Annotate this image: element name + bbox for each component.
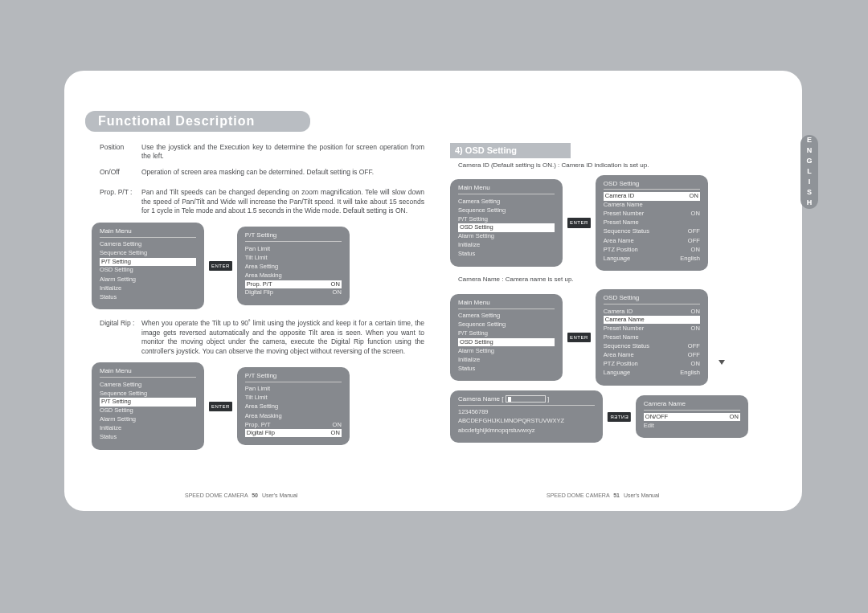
text-digital-rip: When you operate the Tilt up to 90˚ limi…	[141, 319, 424, 356]
enter-button[interactable]: ENTER	[608, 412, 631, 422]
text-position: Use the joystick and the Execution key t…	[141, 143, 424, 161]
footer-suffix: User's Manual	[624, 492, 660, 498]
enter-button[interactable]: ENTER	[209, 402, 232, 411]
section-osd-setting: 4) OSD Setting	[450, 143, 571, 158]
arrow-down-icon	[719, 358, 725, 366]
menu-row-1: Main MenuCamera SettingSequence SettingP…	[92, 223, 437, 310]
main-menu-box-r1: Main MenuCamera SettingSequence SettingP…	[450, 179, 563, 267]
main-menu-box-r2: Main MenuCamera SettingSequence SettingP…	[450, 294, 563, 382]
main-menu-box-2: Main MenuCamera SettingSequence SettingP…	[92, 362, 204, 450]
label-position: Position	[100, 143, 141, 152]
menu-row-r2: Main MenuCamera SettingSequence SettingP…	[450, 289, 796, 386]
footer-brand: SPEED DOME CAMERA	[185, 492, 248, 498]
footer-left: SPEED DOME CAMERA 50 User's Manual	[185, 492, 297, 498]
page-number-left: 50	[252, 492, 258, 498]
osd-setting-box-b: OSD SettingCamera IDONCamera NamePreset …	[596, 289, 708, 386]
camera-name-menu-box: Camera NameON/OFFONEdit	[636, 395, 748, 438]
para-digital-rip: Digital Rip :When you operate the Tilt u…	[100, 319, 432, 356]
page-title: Functional Description	[98, 114, 255, 129]
page-number-right: 51	[613, 492, 620, 498]
pt-setting-box-2: P/T SettingPan LimitTilt LimitArea Setti…	[237, 367, 350, 446]
note-camera-name: Camera Name : Camera name is set up.	[458, 276, 796, 284]
left-page: PositionUse the joystick and the Executi…	[92, 143, 437, 460]
enter-button[interactable]: ENTER	[567, 333, 591, 342]
para-position: PositionUse the joystick and the Executi…	[100, 143, 432, 161]
language-tab: ENGLISH	[800, 135, 818, 209]
label-prop-pt: Prop. P/T :	[100, 188, 141, 197]
note-camera-id: Camera ID (Default setting is ON.) : Cam…	[458, 161, 796, 170]
main-menu-box-1: Main MenuCamera SettingSequence SettingP…	[92, 223, 204, 310]
para-prop-pt: Prop. P/T :Pan and Tilt speeds can be ch…	[100, 188, 432, 215]
camera-name-edit-box: Camera Name [ ]123456789ABCDEFGHIJKLMNOP…	[450, 390, 603, 443]
menu-row-r3: Camera Name [ ]123456789ABCDEFGHIJKLMNOP…	[450, 390, 796, 443]
menu-row-2: Main MenuCamera SettingSequence SettingP…	[92, 362, 437, 450]
label-onoff: On/Off	[100, 168, 141, 177]
label-digital-rip: Digital Rip :	[100, 319, 141, 328]
footer-brand: SPEED DOME CAMERA	[547, 492, 609, 498]
footer-right: SPEED DOME CAMERA 51 User's Manual	[547, 492, 659, 498]
right-page: 4) OSD Setting Camera ID (Default settin…	[450, 143, 796, 447]
text-onoff: Operation of screen area masking can be …	[141, 168, 424, 177]
enter-button[interactable]: ENTER	[209, 261, 232, 271]
para-onoff: On/OffOperation of screen area masking c…	[100, 168, 432, 177]
menu-row-r1: Main MenuCamera SettingSequence SettingP…	[450, 175, 796, 272]
enter-button[interactable]: ENTER	[567, 218, 591, 227]
manual-spread: ENGLISH Functional Description PositionU…	[64, 71, 802, 511]
osd-setting-box-a: OSD SettingCamera IDONCamera NamePreset …	[596, 175, 708, 272]
page-title-bar: Functional Description	[85, 111, 310, 132]
pt-setting-box-1: P/T SettingPan LimitTilt LimitArea Setti…	[237, 227, 350, 305]
text-prop-pt: Pan and Tilt speeds can be changed depen…	[141, 188, 424, 215]
footer-suffix: User's Manual	[262, 492, 298, 498]
